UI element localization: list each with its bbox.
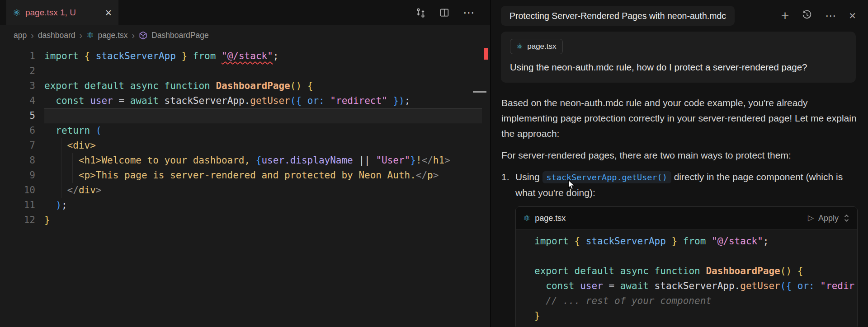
code-text: export default async function DashboardP…: [534, 264, 849, 279]
react-icon: ⚛: [516, 43, 523, 51]
code-text: export default async function DashboardP…: [44, 79, 482, 93]
indent-guide: [61, 138, 61, 198]
line-number: 7: [0, 138, 35, 153]
chat-code-block: ⚛ page.tsx ▷ Apply import { stackServerA…: [515, 206, 858, 327]
open-changes-icon[interactable]: [415, 8, 426, 18]
breadcrumb-dashboard[interactable]: dashboard: [38, 31, 75, 40]
code-line[interactable]: 3export default async function Dashboard…: [0, 79, 490, 93]
code-text: return (: [44, 123, 482, 138]
line-number: 1: [0, 49, 35, 64]
code-text: [44, 108, 482, 123]
chevron-right-icon: ›: [31, 31, 34, 40]
numbered-list-item: 1. Using stackServerApp.getUser() direct…: [501, 169, 859, 201]
attached-file-name: page.tsx: [527, 42, 556, 51]
breadcrumb-app[interactable]: app: [14, 31, 27, 40]
line-number: 5: [0, 108, 35, 123]
editor-toolbar: ⋯: [415, 0, 475, 25]
react-icon: ⚛: [13, 8, 21, 17]
list-text: Using: [515, 172, 542, 182]
line-number: 10: [0, 183, 35, 198]
code-line[interactable]: 8 <h1>Welcome to your dashboard, {user.d…: [0, 153, 490, 168]
code-block-filename: page.tsx: [535, 210, 566, 226]
code-block-body[interactable]: import { stackServerApp } from "@/stack"…: [516, 230, 857, 327]
chevron-right-icon: ›: [80, 31, 83, 40]
code-line[interactable]: 9 <p>This page is server-rendered and pr…: [0, 168, 490, 183]
overview-ruler-error-marker: [484, 48, 488, 60]
indent-guide: [72, 153, 73, 183]
code-text: import { stackServerApp } from "@/stack"…: [534, 234, 849, 249]
overview-ruler-cursor-marker: [473, 91, 486, 93]
indent-guide: [50, 93, 50, 213]
code-text: <p>This page is server-rendered and prot…: [44, 168, 482, 183]
code-text: }: [44, 213, 482, 228]
code-text: <div>: [44, 138, 482, 153]
code-text: [44, 64, 482, 79]
close-tab-icon[interactable]: ✕: [105, 8, 112, 18]
chevron-right-icon: ›: [132, 31, 135, 40]
code-text: import { stackServerApp } from "@/stack"…: [44, 49, 482, 64]
split-editor-icon[interactable]: [439, 8, 449, 18]
editor-tab-bar: ⚛ page.tsx 1, U ✕ ⋯: [0, 0, 490, 25]
chat-header-icons: + ⋯ ✕: [781, 9, 856, 23]
app-window: ⚛ page.tsx 1, U ✕ ⋯: [0, 0, 868, 327]
assistant-response: Based on the neon-auth.mdc rule and your…: [501, 95, 859, 327]
code-line[interactable]: export default async function DashboardP…: [525, 264, 857, 279]
play-icon: ▷: [808, 210, 814, 226]
line-number: 8: [0, 153, 35, 168]
code-line[interactable]: // ... rest of your component: [525, 294, 857, 308]
tab-page-tsx[interactable]: ⚛ page.tsx 1, U ✕: [6, 0, 118, 25]
breadcrumb-symbol[interactable]: DashboardPage: [151, 31, 208, 40]
chat-panel: Protecting Server-Rendered Pages with ne…: [491, 0, 868, 327]
new-chat-icon[interactable]: +: [781, 9, 789, 23]
code-line[interactable]: 11 );: [0, 198, 490, 213]
apply-label: Apply: [818, 210, 839, 226]
line-number: 3: [0, 79, 35, 93]
symbol-cube-icon: [139, 31, 147, 40]
list-marker: 1.: [501, 169, 515, 201]
expand-collapse-icon[interactable]: [843, 214, 850, 223]
code-editor[interactable]: 1import { stackServerApp } from "@/stack…: [0, 45, 490, 228]
line-number: 2: [0, 64, 35, 79]
line-number: 6: [0, 123, 35, 138]
code-line[interactable]: 5: [0, 108, 490, 123]
chat-title[interactable]: Protecting Server-Rendered Pages with ne…: [501, 6, 735, 26]
user-message-text: Using the neon-auth.mdc rule, how do I p…: [510, 62, 847, 73]
code-line[interactable]: [525, 249, 857, 264]
code-text: <h1>Welcome to your dashboard, {user.dis…: [44, 153, 482, 168]
code-text: const user = await stackServerApp.getUse…: [44, 93, 482, 108]
editor-pane: ⚛ page.tsx 1, U ✕ ⋯: [0, 0, 490, 327]
code-line[interactable]: 2: [0, 64, 490, 79]
response-paragraph: Based on the neon-auth.mdc rule and your…: [501, 95, 859, 141]
code-line[interactable]: 7 <div>: [0, 138, 490, 153]
tab-label: page.tsx 1, U: [25, 8, 76, 18]
attached-file-chip[interactable]: ⚛ page.tsx: [510, 39, 563, 54]
breadcrumb-file[interactable]: page.tsx: [98, 31, 127, 40]
code-line[interactable]: 4 const user = await stackServerApp.getU…: [0, 93, 490, 108]
code-line[interactable]: 10 </div>: [0, 183, 490, 198]
code-text: const user = await stackServerApp.getUse…: [534, 279, 854, 294]
user-message: ⚛ page.tsx Using the neon-auth.mdc rule,…: [501, 32, 856, 83]
line-number: 11: [0, 198, 35, 213]
code-line[interactable]: }: [525, 308, 857, 323]
react-icon: ⚛: [523, 214, 530, 222]
code-text: </div>: [44, 183, 482, 198]
react-icon: ⚛: [86, 31, 94, 39]
apply-button[interactable]: ▷ Apply: [808, 210, 850, 226]
code-line[interactable]: 12}: [0, 213, 490, 228]
history-icon[interactable]: [802, 9, 812, 22]
code-line[interactable]: 1import { stackServerApp } from "@/stack…: [0, 49, 490, 64]
line-number: 12: [0, 213, 35, 228]
more-options-icon[interactable]: ⋯: [825, 10, 836, 21]
code-text: );: [44, 198, 482, 213]
code-line[interactable]: import { stackServerApp } from "@/stack"…: [525, 234, 857, 249]
response-paragraph: For server-rendered pages, there are two…: [501, 148, 859, 163]
code-text: }: [534, 308, 849, 323]
code-text: [534, 249, 849, 264]
code-line[interactable]: const user = await stackServerApp.getUse…: [525, 279, 857, 294]
code-line[interactable]: 6 return (: [0, 123, 490, 138]
mouse-cursor-icon: [566, 180, 576, 192]
breadcrumb: app › dashboard › ⚛ page.tsx › Dashboard…: [0, 25, 490, 45]
line-number: 9: [0, 168, 35, 183]
inline-code: stackServerApp.getUser(): [542, 171, 671, 183]
close-panel-icon[interactable]: ✕: [849, 10, 856, 21]
